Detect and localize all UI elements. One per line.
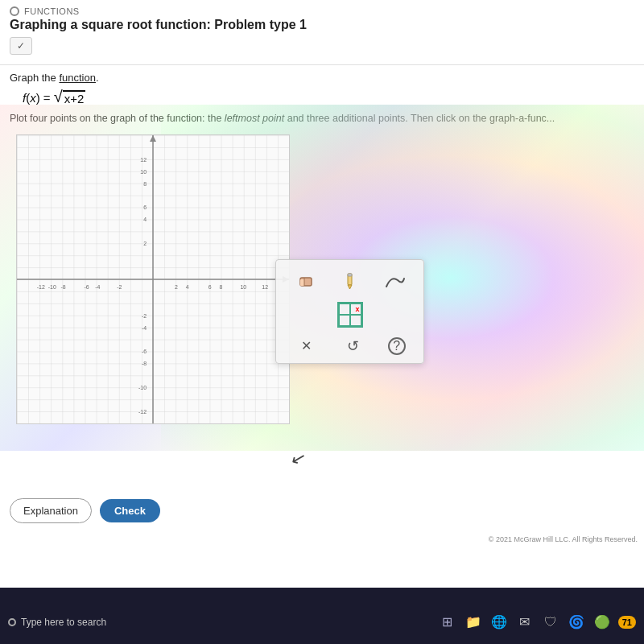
sqrt-expression: √ x+2 [54, 89, 86, 105]
taskbar-chrome-icon[interactable]: 🌀 [567, 613, 586, 632]
toolbar-row-2: x [283, 300, 417, 329]
search-text[interactable]: Type here to search [21, 617, 106, 628]
svg-text:8: 8 [143, 180, 147, 186]
toolbar-popup: x ✕ ↺ ? [275, 259, 424, 364]
bottom-bar: Explanation Check [10, 498, 160, 523]
function-label: f(x) = [23, 91, 54, 105]
svg-text:10: 10 [140, 168, 147, 174]
svg-text:-8: -8 [61, 283, 66, 289]
svg-text:12: 12 [140, 156, 147, 162]
battery-badge: 71 [618, 616, 636, 629]
svg-text:-12: -12 [138, 409, 147, 415]
taskbar-green-icon[interactable]: 🟢 [592, 613, 612, 632]
taskbar-browser-icon[interactable]: 🌐 [489, 613, 509, 632]
svg-text:12: 12 [262, 283, 268, 289]
main-screen: FUNCTIONS Graphing a square root functio… [0, 0, 644, 588]
cursor-arrow: ↙ [289, 447, 308, 471]
svg-text:-8: -8 [142, 361, 147, 366]
svg-marker-34 [348, 285, 352, 289]
header: FUNCTIONS Graphing a square root functio… [0, 0, 644, 65]
pencil-tool[interactable] [335, 266, 364, 295]
svg-text:-10: -10 [138, 385, 147, 390]
copyright-text: © 2021 McGraw Hill LLC. All Rights Reser… [489, 535, 638, 543]
search-area: Type here to search [8, 617, 106, 628]
taskbar-windows-icon[interactable]: ⊞ [438, 613, 457, 632]
circle-icon [10, 6, 19, 16]
svg-text:-2: -2 [117, 283, 122, 289]
svg-text:-10: -10 [48, 283, 56, 289]
svg-text:6: 6 [208, 283, 212, 289]
eraser-tool[interactable] [291, 266, 320, 295]
graph-canvas-area[interactable]: -12 -10 -8 -6 -4 -2 2 4 6 8 10 12 12 10 … [16, 134, 290, 424]
svg-text:-4: -4 [142, 324, 147, 330]
svg-rect-31 [300, 279, 304, 286]
svg-text:6: 6 [143, 204, 147, 210]
sqrt-content: x+2 [63, 90, 86, 105]
chevron-down-icon: ✓ [17, 40, 25, 52]
function-display: f(x) = √ x+2 [23, 89, 634, 105]
svg-text:4: 4 [143, 217, 147, 222]
page-title: Graphing a square root function: Problem… [10, 18, 634, 32]
explanation-button[interactable]: Explanation [10, 498, 92, 523]
taskbar-shield-icon[interactable]: 🛡 [541, 613, 560, 632]
function-link[interactable]: function [59, 72, 96, 84]
taskbar-mail-icon[interactable]: ✉ [515, 613, 535, 632]
dropdown-toggle[interactable]: ✓ [10, 37, 32, 55]
svg-text:10: 10 [240, 283, 246, 289]
category-label: FUNCTIONS [24, 6, 80, 16]
svg-text:-6: -6 [84, 283, 89, 289]
grid-point-tool[interactable]: x [336, 300, 365, 329]
undo-button[interactable]: ↺ [341, 334, 365, 358]
svg-text:-6: -6 [142, 349, 147, 354]
taskbar: Type here to search ⊞ 📁 🌐 ✉ 🛡 🌀 🟢 71 [0, 600, 644, 644]
toolbar-row-1 [283, 266, 417, 295]
graph-container: -12 -10 -8 -6 -4 -2 2 4 6 8 10 12 12 10 … [10, 134, 634, 424]
svg-text:2: 2 [175, 283, 178, 289]
svg-text:-4: -4 [95, 283, 100, 289]
svg-text:-2: -2 [142, 312, 147, 318]
curve-tool[interactable] [380, 266, 409, 295]
plot-instruction: Plot four points on the graph of the fun… [10, 112, 634, 126]
sqrt-symbol: √ [54, 89, 63, 105]
search-circle-icon [8, 618, 16, 626]
content-area: Graph the function. f(x) = √ x+2 Plot fo… [0, 65, 644, 431]
graph-instruction: Graph the function. [10, 72, 634, 84]
toolbar-row-3: ✕ ↺ ? [283, 334, 417, 358]
category-bar: FUNCTIONS [10, 6, 634, 16]
svg-rect-35 [348, 274, 352, 276]
taskbar-icons: ⊞ 📁 🌐 ✉ 🛡 🌀 🟢 71 [438, 613, 636, 632]
svg-text:8: 8 [220, 283, 223, 289]
svg-text:2: 2 [143, 241, 147, 246]
help-button[interactable]: ? [388, 337, 406, 355]
svg-text:-12: -12 [37, 283, 45, 289]
taskbar-folder-icon[interactable]: 📁 [464, 613, 483, 632]
graph-svg[interactable]: -12 -10 -8 -6 -4 -2 2 4 6 8 10 12 12 10 … [17, 135, 289, 423]
x-mark-button[interactable]: ✕ [294, 334, 318, 358]
check-button[interactable]: Check [100, 499, 160, 522]
svg-text:4: 4 [186, 283, 189, 289]
